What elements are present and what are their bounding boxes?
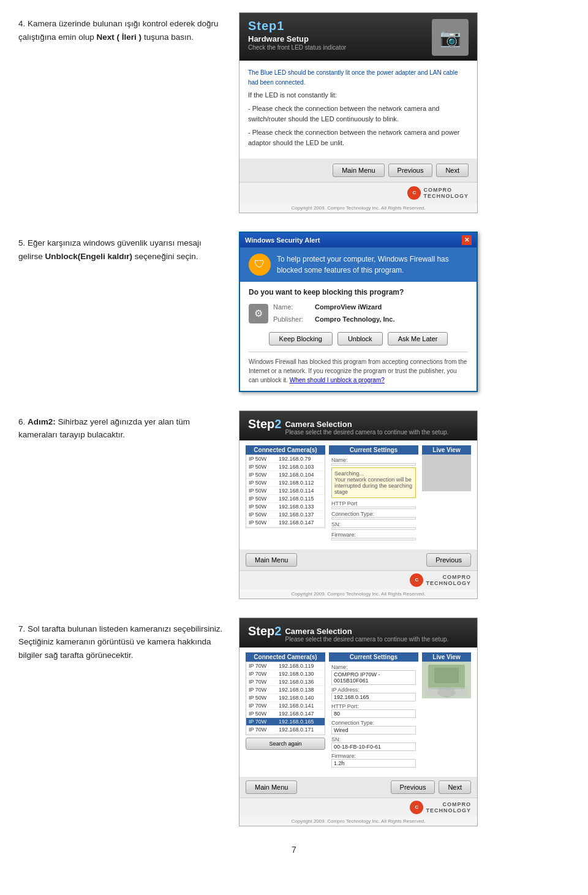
step1-body-line3: - Please check the connection between th…: [248, 104, 469, 125]
col-settings-7: Current Settings: [329, 652, 418, 662]
step2-mid-col-6: Current Settings Name: Searching...Your …: [329, 445, 418, 545]
list-item[interactable]: IP 50W192.168.0.112: [246, 479, 325, 487]
list-item[interactable]: IP 50W192.168.0.133: [246, 503, 325, 511]
search-again-container: Search again: [246, 738, 325, 750]
list-item[interactable]: IP 50W192.168.0.79: [246, 455, 325, 463]
name-field-value-6: [331, 463, 416, 466]
list-item-selected[interactable]: IP 70W192.168.0.165: [246, 718, 325, 726]
compro-icon-7: C: [410, 801, 423, 814]
conn-field-row-7: Connection Type: Wired: [331, 720, 416, 735]
name-label: Name:: [273, 301, 313, 314]
name-value-7: COMPRO IP70W - 0015B10F061: [331, 670, 416, 685]
searching-msg-6: Searching...Your network connection will…: [331, 467, 416, 498]
list-item[interactable]: IP 50W192.168.0.103: [246, 463, 325, 471]
list-item[interactable]: IP 50W192.168.0.104: [246, 471, 325, 479]
name-field-row-7: Name: COMPRO IP70W - 0015B10F061: [331, 664, 416, 685]
fw-value-6: [331, 538, 416, 540]
list-item[interactable]: IP 50W192.168.0.147: [246, 519, 325, 527]
step2-copyright-7: Copyright 2009. Compro Technology Inc. A…: [239, 817, 477, 826]
step2-left-col-7: Connected Camera(s) IP 70W192.168.0.119 …: [246, 652, 325, 772]
list-item[interactable]: IP 70W192.168.0.141: [246, 702, 325, 710]
step2-mid-fields-6: Name: Searching...Your network connectio…: [329, 455, 418, 545]
page-number: 7: [18, 845, 570, 855]
sn-value-6: [331, 527, 416, 530]
step2-right-col-7: Live View: [422, 652, 471, 772]
step2-subtitle-7: Please select the desired camera to cont…: [285, 636, 448, 643]
step2-box-6: Step2 Camera Selection Please select the…: [239, 410, 478, 599]
col-settings-6: Current Settings: [329, 445, 418, 455]
step2-mid-fields-7: Name: COMPRO IP70W - 0015B10F061 IP Addr…: [329, 662, 418, 772]
list-item[interactable]: IP 70W192.168.0.130: [246, 670, 325, 678]
search-again-button[interactable]: Search again: [246, 738, 325, 750]
win-desc: Windows Firewall has blocked this progra…: [249, 352, 468, 385]
list-item[interactable]: IP 70W192.168.0.119: [246, 662, 325, 670]
list-item[interactable]: IP 50W192.168.0.114: [246, 487, 325, 495]
step4-bold: Next ( İleri ): [97, 32, 142, 42]
step1-buttons: Main Menu Previous Next: [239, 159, 477, 182]
ip-value-7: 192.168.0.165: [331, 693, 416, 701]
col-connected-6: Connected Camera(s): [246, 445, 325, 455]
step2-title-row-6: Step2 Camera Selection Please select the…: [248, 417, 469, 436]
sn-field-row-7: SN: 00-18-FB-10-F0-61: [331, 736, 416, 751]
shield-icon: 🛡: [249, 254, 271, 276]
step2-subtitle-block-7: Camera Selection Please select the desir…: [285, 624, 448, 643]
win-desc-link[interactable]: When should I unblock a program?: [290, 377, 385, 383]
publisher-label: Publisher:: [273, 314, 313, 326]
list-item[interactable]: IP 50W192.168.0.140: [246, 694, 325, 702]
http-value-7: 80: [331, 709, 416, 718]
ask-me-later-button[interactable]: Ask Me Later: [388, 332, 448, 346]
list-item[interactable]: IP 70W192.168.0.138: [246, 686, 325, 694]
list-item[interactable]: IP 50W192.168.0.147: [246, 710, 325, 718]
fw-field-row-6: Firmware:: [331, 532, 416, 540]
next-btn-7[interactable]: Next: [439, 780, 471, 794]
previous-button[interactable]: Previous: [388, 164, 433, 177]
main-menu-btn-7[interactable]: Main Menu: [246, 780, 297, 794]
step1-title-block: Step1 Hardware Setup Check the front LED…: [248, 19, 426, 51]
step2-columns-6: Connected Camera(s) IP 50W192.168.0.79 I…: [246, 445, 471, 545]
conn-label-7: Connection Type:: [331, 720, 416, 726]
camera-icon: 📷: [432, 19, 469, 56]
win-title-text: Windows Security Alert: [245, 236, 320, 244]
step2-subtitle-6: Please select the desired camera to cont…: [285, 429, 448, 436]
col-live-6: Live View: [422, 445, 471, 455]
col-live-7: Live View: [422, 652, 471, 662]
camera-list-7[interactable]: IP 70W192.168.0.119 IP 70W192.168.0.130 …: [246, 662, 325, 735]
compro-text-7: COMPROTECHNOLOGY: [426, 801, 471, 814]
step2-footer-7: C COMPROTECHNOLOGY: [239, 798, 477, 817]
win-body: Do you want to keep blocking this progra…: [240, 282, 477, 391]
list-item[interactable]: IP 50W192.168.0.188: [246, 734, 325, 735]
camera-list-6[interactable]: IP 50W192.168.0.79 IP 50W192.168.0.103 I…: [246, 455, 325, 528]
fw-label-7: Firmware:: [331, 753, 416, 759]
previous-btn-7[interactable]: Previous: [391, 780, 435, 794]
sn-field-row-6: SN:: [331, 521, 416, 530]
keep-blocking-button[interactable]: Keep Blocking: [269, 332, 333, 346]
list-item[interactable]: IP 70W192.168.0.171: [246, 726, 325, 734]
unblock-button[interactable]: Unblock: [337, 332, 383, 346]
step1-body: The Blue LED should be constantly lit on…: [239, 61, 477, 159]
win-info-table: Name: ComproView iWizard Publisher: Comp…: [273, 301, 394, 326]
list-item[interactable]: IP 70W192.168.0.136: [246, 678, 325, 686]
compro-text-6: COMPROTECHNOLOGY: [426, 574, 471, 586]
next-button[interactable]: Next: [436, 164, 469, 177]
step5-bold: Unblock(Engeli kaldır): [45, 252, 133, 261]
ip-field-row-7: IP Address: 192.168.0.165: [331, 687, 416, 701]
main-menu-button[interactable]: Main Menu: [333, 164, 384, 177]
conn-value-7: Wired: [331, 726, 416, 735]
compro-logo-icon: C: [407, 186, 421, 200]
step2-title-6: Camera Selection: [285, 420, 448, 429]
step2-footer-6: C COMPROTECHNOLOGY: [239, 570, 477, 589]
win-alert-header-text: To help protect your computer, Windows F…: [277, 254, 468, 276]
row-5-screenshot: Windows Security Alert ✕ 🛡 To help prote…: [239, 232, 570, 392]
previous-btn-6[interactable]: Previous: [426, 553, 471, 567]
main-menu-btn-6[interactable]: Main Menu: [246, 553, 297, 567]
list-item[interactable]: IP 50W192.168.0.115: [246, 495, 325, 503]
win-close-button[interactable]: ✕: [462, 235, 472, 245]
list-item[interactable]: IP 50W192.168.0.137: [246, 511, 325, 519]
step-num: 1: [277, 19, 284, 32]
step1-body-line2: If the LED is not constantly lit:: [248, 90, 469, 101]
list-item[interactable]: IP 50W192.168.0.151: [246, 527, 325, 528]
conn-label-6: Connection Type:: [331, 511, 416, 517]
publisher-value: Compro Technology, Inc.: [315, 315, 394, 323]
compro-logo-7: C COMPROTECHNOLOGY: [410, 801, 471, 814]
step2-title-7: Camera Selection: [285, 627, 448, 636]
